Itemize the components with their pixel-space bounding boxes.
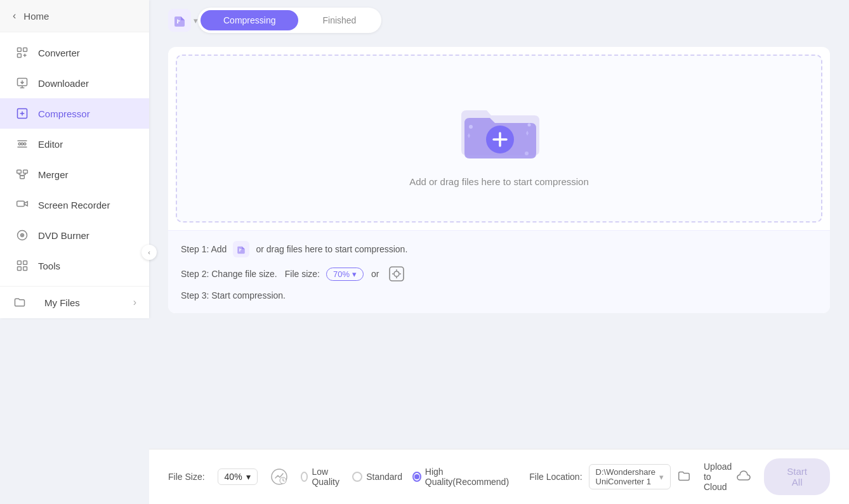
sidebar-item-downloader[interactable]: Downloader — [0, 68, 149, 98]
logo-dropdown-icon: ▾ — [194, 16, 198, 25]
screen-recorder-label: Screen Recorder — [38, 200, 110, 210]
main-content: ▾ Compressing Finished — [149, 0, 849, 504]
dvd-burner-label: DVD Burner — [38, 230, 89, 241]
file-size-select-value: 40% — [225, 472, 242, 482]
file-location-section: File Location: D:\Wondershare UniConvert… — [529, 464, 691, 489]
svg-point-22 — [469, 125, 473, 129]
svg-rect-15 — [18, 261, 22, 265]
step2-file-size-label: File size: — [285, 269, 320, 279]
cloud-icon — [736, 468, 751, 486]
downloader-label: Downloader — [38, 78, 89, 89]
compressor-icon — [15, 107, 29, 120]
tab-switcher: Compressing Finished — [198, 8, 381, 33]
merger-label: Merger — [38, 169, 69, 180]
recorder-icon — [15, 198, 29, 212]
sidebar-item-merger[interactable]: Merger — [0, 159, 149, 190]
merger-icon — [15, 167, 29, 181]
sidebar-collapse-button[interactable]: ‹ — [142, 245, 157, 260]
svg-rect-11 — [17, 201, 25, 206]
step1-add-icon[interactable] — [233, 241, 249, 257]
step3-row: Step 3: Start compression. — [181, 290, 817, 300]
svg-rect-27 — [390, 267, 404, 281]
compress-quality-icon[interactable] — [270, 468, 288, 486]
step3-text: Step 3: Start compression. — [181, 290, 286, 300]
sidebar-footer-myfiles[interactable]: My Files › — [0, 286, 149, 318]
compressor-label: Compressor — [38, 108, 90, 119]
editor-label: Editor — [38, 139, 63, 150]
drop-zone[interactable]: Add or drag files here to start compress… — [176, 55, 822, 223]
logo-button[interactable]: ▾ — [168, 9, 198, 32]
file-browser-icon[interactable] — [677, 469, 691, 485]
step1-suffix: or drag files here to start compression. — [256, 244, 407, 254]
file-size-select[interactable]: 40% ▾ — [218, 468, 258, 485]
file-location-label: File Location: — [529, 472, 582, 482]
svg-rect-18 — [23, 267, 27, 271]
quality-low-option[interactable]: Low Quality — [301, 467, 343, 487]
svg-point-28 — [394, 271, 399, 276]
converter-icon — [15, 46, 29, 60]
file-location-path[interactable]: D:\Wondershare UniConverter 1 ▾ — [589, 464, 671, 489]
sidebar-nav: Converter Downloader — [0, 32, 149, 286]
svg-point-26 — [240, 250, 240, 251]
content-area: Add or drag files here to start compress… — [149, 41, 849, 443]
back-arrow-icon: ‹ — [13, 10, 16, 22]
sidebar-item-converter[interactable]: Converter — [0, 37, 149, 68]
quality-high-label: High Quality(Recommend) — [425, 467, 510, 487]
svg-point-14 — [22, 235, 23, 236]
quality-high-radio-dot — [414, 474, 419, 479]
upload-to-cloud-label: Upload to Cloud — [704, 462, 732, 492]
quality-options: Low Quality Standard High Quality(Recomm… — [301, 467, 511, 487]
step2-row: Step 2: Change file size. File size: 70%… — [181, 265, 817, 283]
downloader-icon — [15, 76, 29, 90]
header: ▾ Compressing Finished — [149, 0, 849, 41]
quality-high-radio — [412, 472, 421, 482]
sidebar-item-screen-recorder[interactable]: Screen Recorder — [0, 190, 149, 220]
location-dropdown-icon: ▾ — [659, 472, 664, 482]
home-label: Home — [23, 11, 49, 22]
svg-point-20 — [177, 22, 178, 23]
file-size-label: File Size: — [168, 472, 205, 482]
step2-file-size-dropdown[interactable]: 70% ▾ — [326, 268, 364, 281]
svg-rect-8 — [17, 170, 22, 173]
quality-standard-label: Standard — [366, 472, 402, 482]
drop-zone-container: Add or drag files here to start compress… — [168, 47, 830, 313]
svg-rect-2 — [18, 54, 22, 58]
svg-rect-0 — [18, 48, 22, 52]
start-all-button[interactable]: Start All — [764, 458, 830, 495]
tab-compressing[interactable]: Compressing — [201, 10, 298, 30]
myfiles-label: My Files — [44, 297, 80, 308]
sidebar-item-home[interactable]: ‹ Home — [0, 0, 149, 32]
step2-file-size-value: 70% — [333, 269, 350, 279]
file-location-path-text: D:\Wondershare UniConverter 1 — [596, 467, 655, 486]
quality-low-radio — [301, 472, 308, 482]
quality-high-option[interactable]: High Quality(Recommend) — [412, 467, 510, 487]
sidebar-item-dvd-burner[interactable]: DVD Burner — [0, 220, 149, 250]
svg-point-7 — [24, 143, 26, 145]
svg-point-23 — [527, 124, 530, 127]
dropdown-chevron-icon: ▾ — [352, 269, 357, 279]
tab-finished[interactable]: Finished — [299, 10, 379, 30]
myfiles-arrow-icon: › — [133, 297, 136, 308]
quality-low-label: Low Quality — [312, 467, 342, 487]
sidebar-item-tools[interactable]: Tools — [0, 250, 149, 281]
step1-row: Step 1: Add or drag files here to start … — [181, 241, 817, 257]
svg-rect-17 — [18, 267, 22, 271]
quality-standard-radio — [352, 472, 362, 482]
svg-point-6 — [21, 143, 23, 145]
svg-rect-16 — [23, 261, 27, 265]
editor-icon — [15, 137, 29, 151]
converter-label: Converter — [38, 48, 80, 58]
svg-point-24 — [525, 152, 529, 155]
steps-section: Step 1: Add or drag files here to start … — [168, 230, 830, 313]
folder-illustration — [452, 90, 547, 166]
sidebar-item-compressor[interactable]: Compressor — [0, 98, 149, 129]
step2-settings-icon[interactable] — [388, 265, 405, 283]
tools-label: Tools — [38, 261, 60, 271]
tools-icon — [15, 259, 29, 273]
quality-standard-option[interactable]: Standard — [352, 472, 402, 482]
sidebar-item-editor[interactable]: Editor — [0, 129, 149, 159]
upload-to-cloud[interactable]: Upload to Cloud — [704, 462, 751, 492]
drop-zone-text: Add or drag files here to start compress… — [409, 176, 589, 187]
dvd-icon — [15, 228, 29, 242]
step2-prefix: Step 2: Change file size. — [181, 269, 277, 279]
